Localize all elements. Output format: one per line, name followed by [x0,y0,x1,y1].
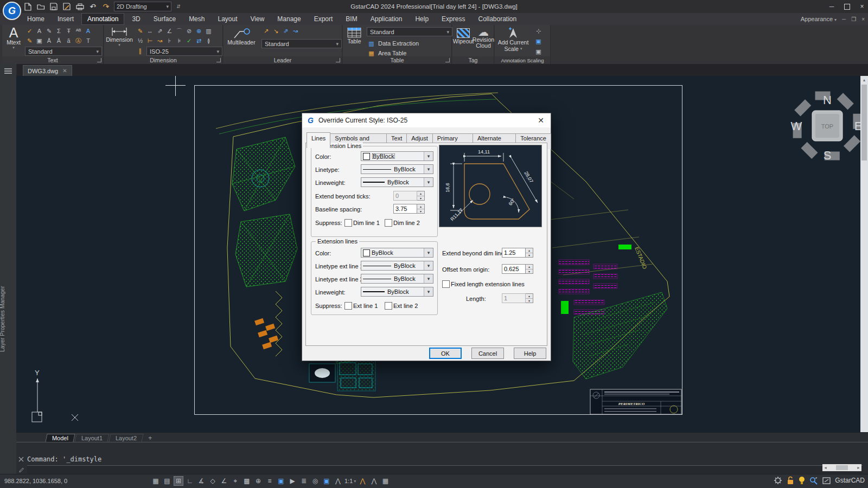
close-icon[interactable]: × [858,3,866,10]
layer-properties-manager-tab[interactable]: Layer Properties Manager [0,270,15,368]
settings-gear-icon[interactable] [774,476,782,485]
oblique-dimension-icon[interactable]: ∥ [136,47,145,55]
document-close-icon[interactable]: ✕ [62,68,67,74]
palette-menu-icon[interactable] [4,68,12,69]
clean-screen-icon[interactable] [822,477,831,484]
scrollbar-thumb[interactable] [861,85,867,160]
table-dialog-launcher-icon[interactable] [445,58,450,62]
menu-tab-mesh[interactable]: Mesh [183,14,210,24]
ext-line-color-combo[interactable]: ByBlock [361,248,433,258]
save-as-icon[interactable] [62,2,72,11]
numbering-icon[interactable]: Ă [54,36,63,45]
dim-line-lineweight-combo[interactable]: ByBlock [361,177,433,187]
angular-dimension-icon[interactable]: ∠ [165,27,174,35]
ortho-mode-icon[interactable]: ∟ [185,476,195,486]
text-frame-icon[interactable]: T [84,36,93,45]
unlock-icon[interactable] [787,476,794,485]
suppress-dim-line-2-checkbox[interactable] [385,219,392,227]
minimize-icon[interactable]: ─ [828,3,835,10]
scale-text-icon[interactable]: ᴬᴮ [74,27,83,35]
reset-scale-positions-icon[interactable]: ▣ [534,47,543,56]
zoom-status-icon[interactable]: ◎ [310,476,320,486]
redo-icon[interactable]: ↷▾ [101,2,111,11]
doc-minimize-icon[interactable]: ─ [842,16,846,22]
close-command-icon[interactable] [18,457,24,462]
dialog-tab-lines[interactable]: Lines [307,132,330,148]
leader-style-dropdown[interactable]: Standard [261,39,342,48]
layout-tab-layout2[interactable]: Layout2 [109,434,144,442]
menu-tab-layout[interactable]: Layout [212,14,242,24]
dynamic-input-icon[interactable]: ▣ [276,476,286,486]
dialog-title-bar[interactable]: G Override Current Style: ISO-25 ✕ [302,113,551,127]
spinner-buttons[interactable] [526,264,533,274]
offset-from-origin-field[interactable]: 0.625 [502,264,533,274]
annotation-scale-icon[interactable]: ⋀ [333,476,343,486]
table-button[interactable]: Table [345,27,363,44]
annotation-scale-value[interactable]: 1:1 [344,478,356,484]
aligned-dimension-icon[interactable]: ⇗ [155,27,164,35]
quick-leader-icon[interactable]: ⊢ [145,36,155,45]
isometric-drafting-icon[interactable]: ◇ [208,476,218,486]
layer-settings-icon[interactable]: ≣ [299,476,309,486]
layout-tab-layout1[interactable]: Layout1 [74,434,109,442]
case-change-icon[interactable]: ā [64,36,73,45]
print-icon[interactable] [75,2,85,11]
selection-cycling-icon[interactable]: ▶ [288,476,297,486]
tolerance-icon[interactable]: ½ [136,36,145,45]
table-style-dropdown[interactable]: Standard [367,27,452,36]
menu-tab-help[interactable]: Help [410,14,434,24]
menu-tab-collaboration[interactable]: Collaboration [473,14,522,24]
menu-tab-express[interactable]: Express [436,14,470,24]
sync-scale-positions-icon[interactable]: ▣ [534,37,543,46]
quick-properties-icon[interactable]: ▦ [380,476,390,486]
snap-mode-icon[interactable]: ⊞ [174,476,183,486]
suppress-ext-line-2-checkbox[interactable] [385,302,392,310]
object-snap-icon[interactable]: ⌖ [231,476,240,486]
edit-text-icon[interactable]: ✎ [44,27,54,35]
suppress-ext-line-1-checkbox[interactable] [344,302,352,310]
menu-tab-export[interactable]: Export [309,14,339,24]
compass-south[interactable]: S [824,149,832,162]
dimension-dialog-launcher-icon[interactable] [216,58,221,62]
menu-tab-application[interactable]: Application [365,14,408,24]
transparency-icon[interactable]: ▩ [242,476,252,486]
length-field[interactable]: 1 [502,293,533,303]
baseline-dimension-icon[interactable]: ⊧ [175,36,184,45]
help-button[interactable]: Help [514,348,546,359]
compass-east[interactable]: E [854,119,860,133]
linear-dimension-icon[interactable]: ↔ [145,27,155,35]
appearance-dropdown[interactable]: Appearance [801,16,837,22]
grid-major-icon[interactable]: ▤ [162,476,172,486]
jogged-dimension-icon[interactable]: ⊘ [184,27,194,35]
maximize-icon[interactable] [843,3,851,10]
save-icon[interactable] [49,2,59,11]
fixed-length-extension-checkbox[interactable] [442,280,450,288]
find-text-icon[interactable]: A [35,27,44,35]
menu-tab-manage[interactable]: Manage [272,14,306,24]
dialog-close-icon[interactable]: ✕ [535,116,546,125]
new-file-icon[interactable] [23,2,33,11]
quick-dimension-icon[interactable]: ✎ [136,27,145,35]
revision-cloud-button[interactable]: ☁ Revision Cloud [474,27,493,49]
view-cube[interactable]: TOP N S W E [789,88,860,164]
dim-line-linetype-combo[interactable]: ByBlock [361,164,433,174]
stack-text-icon[interactable]: Ā [44,36,54,45]
data-extraction-button[interactable]: ▥ Data Extraction [367,39,419,48]
text-align-icon[interactable]: Ŧ [64,27,73,35]
suppress-dim-line-1-checkbox[interactable] [344,219,352,227]
document-tab[interactable]: DWG3.dwg ✕ [23,65,72,76]
canvas-vertical-scrollbar[interactable]: ▲ ▼ [860,76,868,463]
scroll-right-icon[interactable]: ► [857,466,860,470]
continue-dimension-icon[interactable]: ⊦ [165,36,174,45]
menu-tab-home[interactable]: Home [22,14,50,24]
menu-tab-3d[interactable]: 3D [126,14,145,24]
spinner-buttons[interactable] [526,293,533,303]
diameter-dimension-icon[interactable]: ⊕ [194,27,203,35]
spinner-buttons[interactable] [417,191,425,201]
menu-tab-bim[interactable]: BIM [340,14,362,24]
workspace-dropdown[interactable]: 2D Drafting [114,2,171,11]
scroll-left-icon[interactable]: ◄ [824,466,827,470]
hardware-acceleration-icon[interactable]: ▣ [322,476,331,486]
jog-line-icon[interactable]: ↝ [155,36,164,45]
lineweight-display-icon[interactable]: ≡ [265,476,275,486]
